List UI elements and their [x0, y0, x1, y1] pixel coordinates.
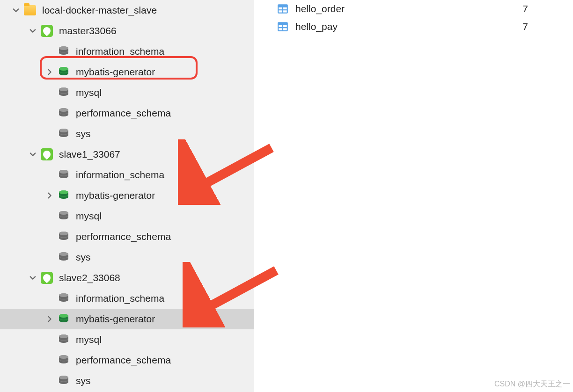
chevron-down-icon[interactable]	[28, 150, 37, 159]
chevron-placeholder	[45, 129, 54, 138]
tree-database[interactable]: performance_schema	[0, 226, 254, 247]
tree-label: information_schema	[76, 46, 164, 57]
svg-point-1	[59, 46, 68, 50]
tree-label: performance_schema	[76, 108, 171, 119]
svg-rect-38	[279, 28, 282, 30]
database-icon	[57, 168, 70, 181]
svg-rect-32	[283, 7, 287, 9]
tree-database[interactable]: information_schema	[0, 41, 254, 62]
tree-label: performance_schema	[76, 355, 171, 366]
tree-database[interactable]: mysql	[0, 206, 254, 226]
database-icon	[57, 189, 70, 202]
database-icon	[57, 354, 70, 367]
tree-label: mysql	[76, 334, 102, 345]
sidebar: local-docker-master_slave master33066 in…	[0, 0, 254, 392]
svg-rect-37	[283, 25, 287, 27]
tree-label: slave1_33067	[59, 149, 120, 160]
tree-label: sys	[76, 128, 91, 139]
chevron-placeholder	[45, 47, 54, 56]
tree-database[interactable]: mysql	[0, 329, 254, 350]
connection-icon	[40, 148, 53, 161]
svg-point-21	[59, 293, 68, 297]
database-icon	[57, 127, 70, 140]
table-icon	[277, 21, 289, 33]
chevron-placeholder	[45, 294, 54, 303]
tree-database[interactable]: sys	[0, 123, 254, 144]
table-row[interactable]: hello_pay 7	[254, 18, 573, 36]
tree-database[interactable]: sys	[0, 247, 254, 268]
tree-connection[interactable]: slave2_33068	[0, 268, 254, 288]
connection-icon	[40, 24, 53, 37]
chevron-down-icon[interactable]	[28, 26, 37, 36]
database-icon	[57, 292, 70, 305]
tree-label: sys	[76, 375, 91, 386]
chevron-down-icon[interactable]	[28, 273, 37, 283]
chevron-right-icon[interactable]	[45, 191, 54, 200]
table-row[interactable]: hello_order 7	[254, 0, 573, 18]
svg-point-5	[59, 87, 68, 91]
chevron-placeholder	[45, 376, 54, 385]
tree-label: information_schema	[76, 293, 164, 304]
tree-connection[interactable]: master33066	[0, 21, 254, 41]
tree-database[interactable]: sys	[0, 370, 254, 391]
database-icon	[57, 65, 70, 79]
tree-label: master33066	[59, 25, 117, 36]
chevron-placeholder	[45, 88, 54, 97]
tree-database[interactable]: information_schema	[0, 288, 254, 309]
svg-point-29	[59, 376, 68, 379]
tree-database[interactable]: mybatis-generator	[0, 309, 254, 329]
chevron-down-icon[interactable]	[11, 6, 21, 15]
database-icon	[57, 210, 70, 223]
svg-point-9	[59, 129, 68, 132]
svg-rect-33	[279, 10, 282, 12]
tree-label: information_schema	[76, 169, 164, 181]
svg-point-23	[59, 314, 68, 318]
svg-rect-39	[283, 28, 287, 30]
tree-label: sys	[76, 252, 91, 263]
svg-point-15	[59, 211, 68, 215]
svg-point-7	[59, 108, 68, 112]
tree-label: slave2_33068	[59, 272, 120, 283]
tree-label: mybatis-generator	[76, 313, 155, 325]
tree-database[interactable]: information_schema	[0, 165, 254, 185]
chevron-right-icon[interactable]	[45, 67, 54, 77]
table-count: 7	[522, 21, 528, 32]
table-name: hello_order	[295, 3, 345, 15]
chevron-placeholder	[45, 211, 54, 221]
tree-database[interactable]: mybatis-generator	[0, 62, 254, 82]
svg-point-27	[59, 355, 68, 359]
database-icon	[57, 333, 70, 346]
svg-point-19	[59, 252, 68, 256]
folder-icon	[23, 4, 37, 17]
tree-label: performance_schema	[76, 231, 171, 242]
chevron-right-icon[interactable]	[45, 314, 54, 324]
chevron-placeholder	[45, 356, 54, 365]
tree-database[interactable]: performance_schema	[0, 350, 254, 370]
table-count: 7	[522, 3, 528, 15]
chevron-placeholder	[45, 335, 54, 344]
table-name: hello_pay	[295, 21, 338, 32]
tree-label: local-docker-master_slave	[42, 5, 157, 16]
chevron-placeholder	[45, 232, 54, 241]
connection-icon	[40, 271, 53, 284]
svg-point-13	[59, 190, 68, 194]
tree-database[interactable]: mybatis-generator	[0, 185, 254, 206]
svg-point-3	[59, 67, 68, 71]
database-icon	[57, 86, 70, 99]
svg-rect-34	[283, 10, 287, 12]
svg-point-11	[59, 170, 68, 174]
svg-point-17	[59, 232, 68, 235]
tree-database[interactable]: mysql	[0, 82, 254, 103]
table-icon	[277, 3, 289, 15]
svg-rect-36	[279, 25, 282, 27]
database-icon	[57, 251, 70, 264]
database-icon	[57, 45, 70, 58]
tree-folder-root[interactable]: local-docker-master_slave	[0, 0, 254, 21]
chevron-placeholder	[45, 109, 54, 118]
tree-label: mybatis-generator	[76, 66, 155, 78]
tree-database[interactable]: performance_schema	[0, 103, 254, 123]
tree-label: mysql	[76, 211, 102, 222]
tree-label: mybatis-generator	[76, 190, 155, 201]
tree-connection[interactable]: slave1_33067	[0, 144, 254, 165]
main-panel: hello_order 7 hello_pay 7	[254, 0, 573, 392]
